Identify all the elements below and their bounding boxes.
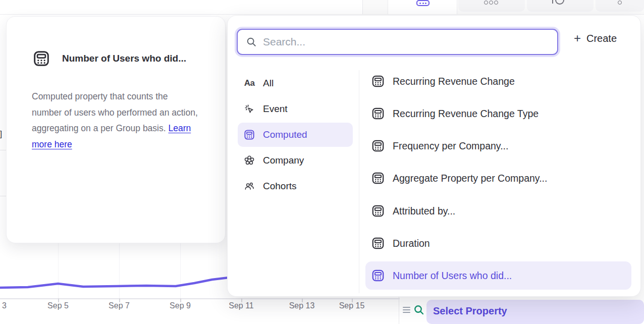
description-line: number of users who performed an action, xyxy=(32,105,198,121)
property-item[interactable]: Recurring Revenue Change Type xyxy=(365,99,631,128)
learn-more-link[interactable]: more here xyxy=(32,139,72,149)
screen: y] Sep 3 Sep 5 Sep 7 Sep 9 Sep 11 Sep 13… xyxy=(0,0,644,324)
property-item-label: Recurring Revenue Change xyxy=(393,76,515,87)
x-axis-label: Sep 3 xyxy=(0,301,16,310)
calculator-icon xyxy=(371,75,385,88)
property-item-label: Frequency per Company... xyxy=(393,140,508,152)
search-box[interactable] xyxy=(237,29,558,55)
drag-handle-icon[interactable] xyxy=(403,307,410,313)
x-axis-label: Sep 11 xyxy=(221,301,261,310)
category-label: Computed xyxy=(263,129,307,140)
property-item-label: Number of Users who did... xyxy=(393,270,512,282)
circular-arrow-icon xyxy=(555,0,564,5)
text-format-icon: Aa xyxy=(244,78,255,88)
category-all[interactable]: Aa All xyxy=(238,71,353,95)
calculator-icon xyxy=(371,172,385,185)
metric-line-chart xyxy=(0,270,239,300)
panel-border xyxy=(399,297,399,324)
search-icon xyxy=(246,36,257,47)
calculator-icon xyxy=(33,50,50,67)
property-item[interactable]: Attributed by... xyxy=(365,197,631,225)
property-item[interactable]: Recurring Revenue Change xyxy=(365,67,631,95)
tooltip-description: Computed property that counts the number… xyxy=(32,89,198,152)
header-divider xyxy=(0,14,644,15)
company-icon xyxy=(244,155,255,166)
x-axis-label: Sep 9 xyxy=(160,301,200,310)
x-axis-label: Sep 13 xyxy=(282,301,322,310)
property-item-label: Duration xyxy=(393,238,430,249)
calculator-icon xyxy=(371,107,385,120)
category-label: Event xyxy=(263,103,288,115)
tab-company[interactable] xyxy=(458,0,525,12)
plus-icon: + xyxy=(574,32,581,44)
x-axis-label: Sep 7 xyxy=(99,301,139,310)
create-label: Create xyxy=(586,33,617,44)
description-line: more here xyxy=(32,137,198,153)
property-tooltip-card: Number of Users who did... Computed prop… xyxy=(6,16,226,243)
cohorts-icon xyxy=(244,181,255,192)
category-cohorts[interactable]: Cohorts xyxy=(238,174,353,198)
column-divider xyxy=(359,70,359,293)
tab-retention[interactable] xyxy=(527,0,594,12)
x-axis xyxy=(0,298,400,299)
property-item[interactable]: Duration xyxy=(365,229,631,257)
search-icon-green xyxy=(413,304,425,316)
category-label: Company xyxy=(263,155,304,166)
background-row-divider xyxy=(0,196,6,196)
category-label: Cohorts xyxy=(263,181,297,192)
category-label: All xyxy=(263,78,274,89)
circle-icon xyxy=(618,1,622,5)
property-item-label: Aggregate Property per Company... xyxy=(393,173,547,184)
category-event[interactable]: Event xyxy=(238,97,353,121)
property-item[interactable]: Frequency per Company... xyxy=(365,132,631,160)
create-button[interactable]: + Create xyxy=(574,32,617,44)
background-row-divider xyxy=(0,150,6,150)
calculator-icon xyxy=(416,0,430,6)
calculator-icon xyxy=(371,269,385,282)
select-property-label: Select Property xyxy=(433,305,507,317)
x-axis-label: Sep 5 xyxy=(38,301,78,310)
description-line: aggregating on a per Group basis. Learn xyxy=(32,121,198,137)
clipped-background-text: y] xyxy=(0,129,2,139)
tab-computed[interactable] xyxy=(388,0,457,14)
property-item[interactable]: Aggregate Property per Company... xyxy=(365,164,631,192)
circular-arrow-tail xyxy=(552,0,553,4)
dots-icon xyxy=(484,1,498,5)
property-picker-dropdown: + Create Aa All Event xyxy=(227,15,641,297)
description-line: Computed property that counts the xyxy=(32,89,198,105)
calculator-icon xyxy=(244,129,255,140)
category-company[interactable]: Company xyxy=(238,148,353,173)
calculator-icon xyxy=(371,204,385,218)
tab-funnel[interactable] xyxy=(596,0,644,12)
calculator-icon xyxy=(371,139,385,152)
category-computed[interactable]: Computed xyxy=(238,123,353,147)
property-item-label: Attributed by... xyxy=(393,205,455,217)
x-axis-label: Sep 15 xyxy=(332,301,372,310)
property-item-label: Recurring Revenue Change Type xyxy=(393,108,539,120)
cursor-click-icon xyxy=(244,103,255,115)
calculator-icon xyxy=(371,237,385,250)
search-input[interactable] xyxy=(263,36,546,48)
learn-more-link[interactable]: Learn xyxy=(168,123,191,133)
property-item-selected[interactable]: Number of Users who did... xyxy=(365,261,631,290)
tooltip-title: Number of Users who did... xyxy=(62,53,186,64)
